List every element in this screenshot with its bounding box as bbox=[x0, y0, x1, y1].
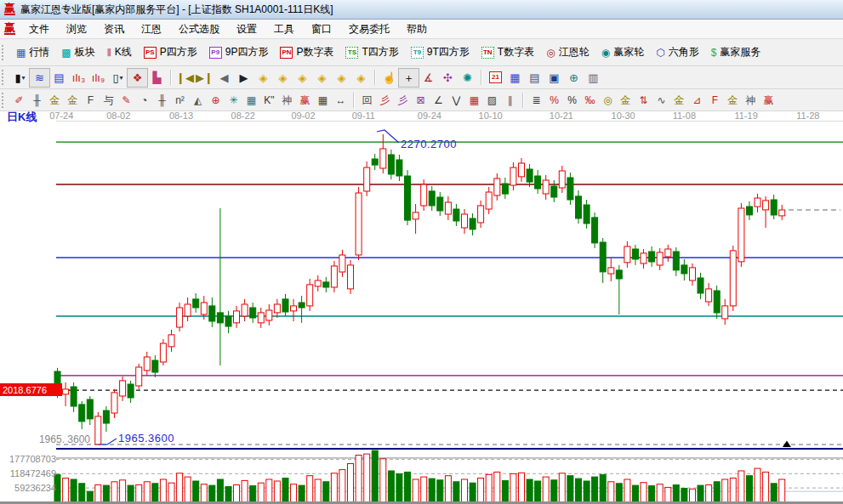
hand-tool[interactable]: ☝ bbox=[379, 69, 399, 87]
minute-9-tool[interactable]: ılı₉ bbox=[88, 69, 108, 87]
skip-last-button[interactable]: ▶❙ bbox=[195, 69, 214, 87]
save-button[interactable]: ▣ bbox=[544, 69, 564, 87]
sectors-button[interactable]: ▩板块 bbox=[55, 42, 100, 63]
menu-4[interactable]: 江恩 bbox=[133, 20, 170, 39]
win-grid-tool[interactable]: 赢 bbox=[296, 92, 314, 108]
span-tool[interactable]: ↔ bbox=[332, 92, 350, 108]
menu-2[interactable]: 浏览 bbox=[58, 20, 95, 39]
crosshair-tool[interactable]: ＋ bbox=[399, 69, 419, 87]
winner-wheel-button[interactable]: ◉赢家轮 bbox=[595, 42, 650, 63]
gann-arrow-6[interactable]: ◈ bbox=[351, 69, 371, 87]
quotes-button[interactable]: ▦行情 bbox=[10, 42, 55, 63]
p-square-button[interactable]: PSP四方形 bbox=[138, 42, 203, 63]
calculator-button[interactable]: ▦ bbox=[505, 69, 525, 87]
menu-5[interactable]: 公式选股 bbox=[170, 20, 228, 39]
toolbar-grip[interactable] bbox=[2, 93, 6, 108]
menu-3[interactable]: 资讯 bbox=[95, 20, 133, 39]
grid-tool-1[interactable]: ╫ bbox=[28, 92, 46, 108]
gold-circle-tool[interactable]: ◎ bbox=[599, 92, 617, 108]
gann-arrow-3[interactable]: ◈ bbox=[293, 69, 312, 87]
skip-first-button[interactable]: ❙◀ bbox=[175, 69, 195, 87]
angle-a-tool[interactable]: ◭ bbox=[189, 92, 207, 108]
period-selector[interactable]: ▮▾ bbox=[10, 69, 30, 87]
angle-tool[interactable]: ∡ bbox=[419, 69, 438, 87]
kline-chart-area[interactable] bbox=[0, 109, 843, 504]
9p-square-button[interactable]: P99P四方形 bbox=[203, 42, 275, 63]
step-back-button[interactable]: ◀ bbox=[214, 69, 234, 87]
gann-arrow-1[interactable]: ◈ bbox=[253, 69, 273, 87]
grid-arrow-tool[interactable]: ▨ bbox=[483, 92, 501, 108]
9t-square-button[interactable]: T99T四方形 bbox=[405, 42, 476, 63]
pattern-tool[interactable]: ❖ bbox=[128, 69, 147, 87]
target-tool[interactable]: ⊕ bbox=[207, 92, 225, 108]
v-line-tool[interactable]: ⋁ bbox=[447, 92, 465, 108]
menu-1[interactable]: 文件 bbox=[20, 20, 58, 39]
grid-tool-2[interactable]: ╫ bbox=[153, 92, 171, 108]
shen-angle-tool[interactable]: 神 bbox=[742, 92, 760, 108]
hexagon-button[interactable]: ⬡六角形 bbox=[650, 42, 704, 63]
price-distribution-tool[interactable]: ▙ bbox=[147, 69, 167, 87]
trend-tool[interactable]: ≋ bbox=[30, 69, 49, 87]
notes-button[interactable]: ▤ bbox=[525, 69, 544, 87]
star-web-tool[interactable]: ✳ bbox=[225, 92, 242, 108]
gann-wheel-button[interactable]: ◎江恩轮 bbox=[540, 42, 595, 63]
fan-purple-tool[interactable]: 彡 bbox=[394, 92, 412, 108]
time-cycle-tool[interactable]: ◔ bbox=[135, 92, 153, 108]
pen-ruler-tool[interactable]: ✎ bbox=[117, 92, 135, 108]
gold-grid-1[interactable]: 金 bbox=[46, 92, 64, 108]
shen-grid-tool[interactable]: 神 bbox=[278, 92, 296, 108]
menu-9[interactable]: 交易委托 bbox=[340, 20, 398, 39]
updown-tool[interactable]: ⇅ bbox=[635, 92, 652, 108]
angle-line-tool[interactable]: ∠ bbox=[430, 92, 447, 108]
parallel-tool[interactable]: ∥ bbox=[501, 92, 519, 108]
ladder-tool[interactable]: ≣ bbox=[527, 92, 545, 108]
fan-red-tool[interactable]: 彡 bbox=[376, 92, 394, 108]
f-angle-tool[interactable]: F bbox=[706, 92, 724, 108]
gold-angle-tool[interactable]: 金 bbox=[724, 92, 742, 108]
list-tool[interactable]: ▤ bbox=[49, 69, 69, 87]
shen-angle-tool-icon: 神 bbox=[746, 95, 756, 105]
spiral-tool[interactable]: ✺ bbox=[458, 69, 477, 87]
gann-arrow-4[interactable]: ◈ bbox=[312, 69, 332, 87]
network-button[interactable]: ⊕ bbox=[564, 69, 584, 87]
toolbar-grip[interactable] bbox=[2, 70, 6, 85]
minute-3-tool[interactable]: ılı₃ bbox=[69, 69, 88, 87]
wave-tool[interactable]: ∿ bbox=[652, 92, 670, 108]
k-mark-tool[interactable]: K" bbox=[260, 92, 278, 108]
workstation-button[interactable]: ▥ bbox=[584, 69, 603, 87]
spiral-grid-tool[interactable]: 与 bbox=[100, 92, 117, 108]
hexagon-button-label: 六角形 bbox=[669, 45, 699, 59]
grid-123-tool[interactable]: ▦ bbox=[314, 92, 332, 108]
gann-arrow-5[interactable]: ◈ bbox=[332, 69, 351, 87]
toolbar-grip[interactable] bbox=[2, 45, 6, 60]
calendar-button[interactable]: 21 bbox=[486, 69, 505, 87]
menu-7[interactable]: 工具 bbox=[265, 20, 303, 39]
percent-tool[interactable]: % bbox=[563, 92, 581, 108]
n-square-tool[interactable]: n² bbox=[171, 92, 189, 108]
win-angle-tool[interactable]: 赢 bbox=[760, 92, 777, 108]
j-angle-tool[interactable]: ⊿ bbox=[688, 92, 706, 108]
winner-service-button[interactable]: $赢家服务 bbox=[705, 42, 767, 63]
kline-button[interactable]: ⫴K线 bbox=[101, 42, 138, 63]
gold-line-tool-2[interactable]: 金 bbox=[670, 92, 688, 108]
brush-tool[interactable]: ✐ bbox=[10, 92, 28, 108]
step-forward-button[interactable]: ▶ bbox=[234, 69, 253, 87]
web-box-tool[interactable]: ▦ bbox=[242, 92, 260, 108]
gann-arrow-2[interactable]: ◈ bbox=[273, 69, 293, 87]
candle-style-selector[interactable]: ▯▾ bbox=[108, 69, 128, 87]
fan-box-tool[interactable]: ⊠ bbox=[412, 92, 430, 108]
flower-tool[interactable]: ✣ bbox=[438, 69, 458, 87]
menu-8[interactable]: 窗口 bbox=[303, 20, 340, 39]
t-digit-table-button[interactable]: TNT数字表 bbox=[476, 42, 540, 63]
percent-red-tool[interactable]: % bbox=[545, 92, 563, 108]
gold-line-tool[interactable]: 金 bbox=[617, 92, 635, 108]
box-select-tool[interactable]: 回 bbox=[358, 92, 376, 108]
p-digit-table-button[interactable]: PNP数字表 bbox=[274, 42, 339, 63]
menu-10[interactable]: 帮助 bbox=[398, 20, 436, 39]
gold-grid-2[interactable]: 金 bbox=[64, 92, 82, 108]
f-grid-tool[interactable]: F bbox=[82, 92, 100, 108]
permille-tool[interactable]: ‰ bbox=[581, 92, 599, 108]
t-square-button[interactable]: TST四方形 bbox=[339, 42, 404, 63]
grid-red-tool[interactable]: ▦ bbox=[465, 92, 483, 108]
menu-6[interactable]: 设置 bbox=[228, 20, 265, 39]
